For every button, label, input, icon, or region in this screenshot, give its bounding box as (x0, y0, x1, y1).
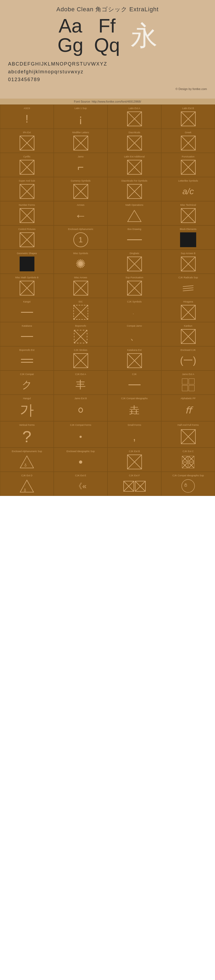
cell-cjkexte: CJK Ext E 《« (54, 472, 107, 496)
line-icon (127, 239, 142, 240)
cell-glyph-dingbats (109, 256, 160, 272)
cell-glyph-cjkcompatideographssup: ᄒ (163, 478, 213, 494)
hangul-complex-icon: ᆼ (75, 403, 86, 418)
cell-label-bopomofo: Bopomofo (55, 325, 106, 327)
cell-glyph-numberforms (2, 207, 52, 224)
font-source: Font Source: http://www.fontke.com/font/… (0, 99, 215, 105)
cell-label-superandsub: Super And Sub (2, 180, 52, 182)
xbox-cyrillic (20, 160, 34, 175)
glyph-grid-container: ASCII ! Latin 1 Sup ¡ Latin Ext A Latin … (0, 105, 215, 496)
cell-label-katakanaext: Katakana Ext (109, 349, 160, 352)
cell-glyph-miscmathb (2, 280, 52, 296)
cell-enclosedcjk: Enclosed CJK (一) (161, 346, 215, 371)
cell-glyph-hangul: 가 (2, 401, 52, 420)
cell-glyph-bopomofo (55, 328, 106, 345)
cell-kanbun: Kanbun (161, 322, 215, 346)
cell-katakanaext: Katakana Ext (107, 346, 161, 371)
xbox-diacriticals (127, 136, 142, 150)
cell-cjkextf: CJK Ext F (107, 472, 161, 496)
cell-misctech: Misc Technical (161, 201, 215, 225)
cjk-building-icon: 垚 (129, 404, 140, 417)
cell-cjkcompatideographs: CJK Compat Ideographs 垚 (107, 395, 161, 421)
xbox-kanbun (181, 329, 196, 344)
cell-cjkcompatforms: CJK Compat Forms (54, 421, 107, 447)
cell-label-cjkexte: CJK Ext E (55, 474, 106, 477)
cell-glyph-smallforms: , (109, 427, 160, 446)
header-section: Adobe Clean 角ゴシック ExtraLight Aa Gg Ff Qq… (0, 0, 215, 99)
cell-glyph-katakanaext (109, 352, 160, 369)
cell-katakana: Katakana (0, 322, 54, 346)
xbox-cjkextb (127, 455, 142, 469)
cell-jamoextb: Jamo Ext B ᆼ (54, 395, 107, 421)
cell-glyph-verticalforms: ? (2, 427, 52, 446)
cell-glyph-enclosedalpha: 1 (55, 232, 106, 248)
svg-text:δ: δ (24, 463, 27, 468)
cell-label-controlpics: Control Pictures (2, 228, 52, 231)
cjk-symbol-icon: 、 (132, 310, 136, 314)
corner-bracket-icon: ⌐ (77, 161, 84, 173)
cell-label-suparrowsb: Sup Arrows B (163, 252, 213, 255)
fraction-icon: a/c (183, 186, 194, 196)
cell-bopomofo: Bopomofo (54, 322, 107, 346)
cell-label-cjkextf: CJK Ext F (109, 474, 160, 477)
cell-alphabeticpf: Alphabetic PF ﬀ (161, 395, 215, 421)
cell-miscsymbols: Misc Symbols ✺ (54, 250, 107, 274)
cell-enclosedalpha-sup: Enclosed Alphanumeric Sup δ (0, 447, 54, 472)
cell-modletters: Modifier Letters (54, 129, 107, 153)
header-glyphs: Aa Gg Ff Qq 永 (8, 16, 207, 55)
cell-glyph-controlpics (2, 232, 52, 248)
cell-glyph-compatjamo: 、 (109, 328, 160, 345)
cell-cjkcompat: CJK Compat ク (0, 371, 54, 395)
exclaim-icon: ! (25, 113, 28, 125)
cell-miscmathb: Misc Math Symbols B (0, 274, 54, 298)
cell-cjk: CJK (107, 371, 161, 395)
cell-glyph-diacriticals (109, 135, 160, 151)
cell-geoshapes: Geometric Shapes (0, 250, 54, 274)
cell-label-kanbun: Kanbun (163, 325, 213, 327)
cell-label-arrows: Arrows (55, 204, 106, 206)
cell-label-kangxi: Kangxi (2, 300, 52, 303)
sun-icon: ✺ (75, 257, 86, 271)
cell-label-idc: IDC (55, 300, 106, 303)
cell-glyph-latinextb (163, 111, 213, 127)
digits: 0123456789 (8, 76, 207, 84)
cell-label-verticalforms: Vertical Forms (2, 424, 52, 426)
black-square-icon (20, 256, 34, 271)
cell-label-hangul: Hangul (2, 397, 52, 400)
xbox-latinextb (181, 111, 196, 126)
cell-label-miscmathb: Misc Math Symbols B (2, 276, 52, 279)
xbox-miscmathb (20, 281, 34, 296)
xbox-misctech (181, 208, 196, 223)
cell-glyph-geoshapes (2, 256, 52, 272)
cell-label-latinexta: Latin Ext A (109, 107, 160, 110)
cell-hiragana: Hiragana (161, 298, 215, 322)
paren-char-icon: (一) (180, 354, 196, 367)
cell-glyph-cjkextf (109, 478, 160, 494)
cell-glyph-currency (55, 183, 106, 200)
cell-glyph-boxdrawing (109, 232, 160, 248)
cell-diacforsymbols: Diacriticals For Symbols (107, 177, 161, 201)
cell-label-dingbats: Dingbats (109, 252, 160, 255)
xbox-latinexta (127, 111, 142, 126)
kangxi-line-icon (21, 312, 33, 313)
dot-center-icon (79, 460, 82, 464)
tilde-lines-icon (183, 286, 194, 291)
cell-label-enclosedalpha: Enclosed Alphanumeric (55, 228, 106, 231)
cell-glyph-cyrillic (2, 159, 52, 175)
cell-label-compatjamo: Compat Jamo (109, 325, 160, 327)
cell-latinextadd: Latin Ext Additional (107, 153, 161, 177)
stroke-cross-icon: 丰 (75, 378, 86, 392)
cell-glyph-ipaext (2, 135, 52, 151)
dash-long-icon (129, 384, 140, 385)
cell-label-blockelements: Block Elements (163, 228, 213, 231)
cell-label-bopomofoext: Bopomofo Ext (2, 349, 52, 352)
cell-label-cjksymbols: CJK Symbols (109, 300, 160, 303)
cell-glyph-latinextadd (109, 159, 160, 175)
cell-glyph-cjkstrokes (55, 352, 106, 369)
xbox-diacforsymbols (127, 184, 142, 199)
cell-label-mathops: Math Operations (109, 204, 160, 206)
cell-glyph-kangxi (2, 304, 52, 320)
xbox-numberforms (20, 208, 34, 223)
xbox-currency (73, 184, 88, 199)
cell-arrows: Arrows ← (54, 201, 107, 225)
